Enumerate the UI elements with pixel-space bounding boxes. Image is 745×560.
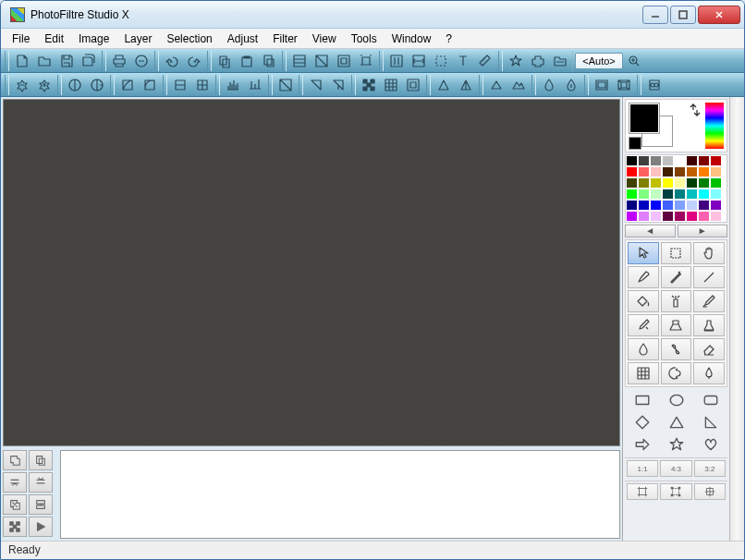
menu-image[interactable]: Image (71, 30, 116, 47)
color-swatch[interactable] (626, 177, 638, 189)
rect-shape[interactable] (626, 390, 658, 410)
sat-plus-icon[interactable] (191, 75, 214, 95)
color-swatch[interactable] (662, 200, 674, 211)
paste-new-icon[interactable] (258, 51, 280, 71)
canvas-workspace[interactable] (3, 99, 620, 446)
color-swatch[interactable] (638, 177, 650, 189)
fill-tool[interactable] (628, 290, 659, 312)
paste-icon[interactable] (236, 51, 258, 71)
zoom-in-icon[interactable] (623, 51, 645, 71)
color-swatch[interactable] (710, 155, 722, 166)
menu-layer[interactable]: Layer (116, 30, 159, 47)
menu-tools[interactable]: Tools (344, 30, 385, 47)
layer-thumbnail-strip[interactable] (60, 450, 620, 539)
menu-filter[interactable]: Filter (265, 30, 305, 47)
canvas-size-icon[interactable] (355, 51, 377, 71)
relief-b-icon[interactable] (507, 75, 530, 95)
pointer-tool[interactable] (628, 242, 659, 264)
color-swatch[interactable] (638, 155, 650, 166)
color-swatch[interactable] (710, 177, 722, 189)
color-swatch[interactable] (662, 189, 674, 200)
default-colors-icon[interactable] (629, 138, 641, 149)
color-swatch[interactable] (638, 189, 650, 200)
line-tool[interactable] (693, 266, 725, 288)
layer-merge-icon[interactable] (29, 494, 53, 515)
color-swatch[interactable] (626, 211, 638, 222)
rtriangle-shape[interactable] (694, 412, 727, 432)
color-swatch[interactable] (686, 189, 698, 200)
color-swatch[interactable] (650, 166, 662, 177)
layer-dup-icon[interactable] (29, 450, 53, 470)
brush-tool[interactable] (693, 290, 725, 312)
color-swatch[interactable] (674, 211, 686, 222)
levels-icon[interactable] (244, 75, 266, 95)
layer-checker-icon[interactable] (3, 517, 27, 537)
layer-play-icon[interactable] (29, 517, 53, 537)
menu-help[interactable]: ? (438, 30, 459, 47)
color-swatch[interactable] (650, 200, 662, 211)
plugin-icon[interactable] (527, 51, 549, 71)
fit-image-icon[interactable] (385, 51, 408, 71)
show-sel-icon[interactable] (430, 51, 452, 71)
minimize-button[interactable] (642, 6, 668, 24)
ruler-icon[interactable] (474, 51, 496, 71)
layer-del-icon[interactable] (3, 494, 27, 515)
titlebar[interactable]: PhotoFiltre Studio X (1, 1, 744, 29)
copy-icon[interactable] (214, 51, 236, 71)
color-swatch[interactable] (650, 155, 662, 166)
color-swatch[interactable] (674, 200, 686, 211)
histogram-icon[interactable] (222, 75, 244, 95)
smudge-tool[interactable] (661, 338, 692, 360)
color-spectrum[interactable] (705, 103, 724, 149)
frame-a-icon[interactable] (591, 75, 613, 95)
color-swatch[interactable] (662, 211, 674, 222)
lens-icon[interactable] (560, 75, 582, 95)
sat-minus-icon[interactable] (169, 75, 191, 95)
spray-tool[interactable] (661, 290, 692, 312)
color-swatch[interactable] (662, 177, 674, 189)
color-swatch[interactable] (698, 211, 710, 222)
zoom-selector[interactable] (575, 53, 623, 69)
color-swatch[interactable] (710, 189, 722, 200)
save-all-icon[interactable] (78, 51, 100, 71)
roundrect-shape[interactable] (694, 390, 727, 410)
palette-prev-button[interactable]: ◄ (625, 225, 676, 237)
color-swatch[interactable] (674, 155, 686, 166)
menu-edit[interactable]: Edit (37, 30, 71, 47)
hue-a-icon[interactable] (305, 75, 327, 95)
handles-icon[interactable] (660, 483, 691, 500)
save-icon[interactable] (55, 51, 78, 71)
color-swatch[interactable] (686, 200, 698, 211)
undo-icon[interactable] (161, 51, 183, 71)
explorer-icon[interactable] (549, 51, 571, 71)
gamma-minus-icon[interactable] (116, 75, 139, 95)
color-swatch[interactable] (674, 166, 686, 177)
print-icon[interactable] (108, 51, 130, 71)
layer-up-icon[interactable] (29, 472, 53, 493)
blur-tool[interactable] (628, 338, 659, 360)
heart-shape[interactable] (694, 434, 727, 455)
grayscale-icon[interactable] (275, 75, 297, 95)
rgb-icon[interactable] (288, 51, 311, 71)
contrast-minus-icon[interactable] (64, 75, 86, 95)
crop-marks-icon[interactable] (627, 483, 658, 500)
eraser-tool[interactable] (693, 338, 725, 360)
star-shape[interactable] (660, 434, 692, 455)
color-swatch[interactable] (626, 189, 638, 200)
palette-next-button[interactable]: ► (678, 225, 728, 237)
color-swatch[interactable] (674, 189, 686, 200)
color-swatch[interactable] (674, 177, 686, 189)
checker1-icon[interactable] (358, 75, 380, 95)
color-swatch[interactable] (686, 177, 698, 189)
clone-tool[interactable] (661, 314, 692, 336)
color-swatch[interactable] (626, 155, 638, 166)
hue-b-icon[interactable] (327, 75, 349, 95)
swap-colors-icon[interactable] (688, 103, 702, 117)
menu-window[interactable]: Window (385, 30, 439, 47)
contrast-plus-icon[interactable] (86, 75, 108, 95)
arrow-shape[interactable] (626, 434, 658, 455)
color-swatch[interactable] (662, 166, 674, 177)
ratio-4-3[interactable]: 4:3 (660, 460, 691, 477)
color-swatch[interactable] (698, 200, 710, 211)
color-swatch[interactable] (710, 211, 722, 222)
